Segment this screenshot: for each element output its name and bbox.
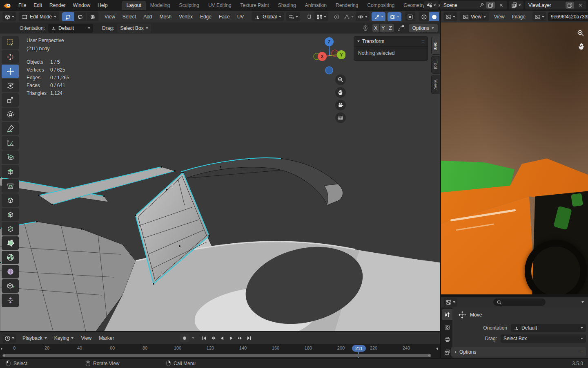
tool-extrude-region[interactable] xyxy=(2,165,19,178)
timeline-editor-type-button[interactable] xyxy=(2,334,16,343)
auto-keying-button[interactable] xyxy=(180,334,189,342)
mirror-axis-toggle[interactable]: Y xyxy=(380,24,387,32)
workspace-tab[interactable]: Texture Paint xyxy=(236,1,274,10)
image-editor-menu-item[interactable]: Image xyxy=(508,13,529,21)
jump-to-start-button[interactable] xyxy=(200,334,208,342)
mode-dropdown[interactable]: Edit Mode xyxy=(19,12,59,21)
properties-header-chevron-icon[interactable] xyxy=(581,301,584,303)
workspace-tab[interactable]: Compositing xyxy=(363,1,399,10)
vertical-editor-divider[interactable] xyxy=(440,11,441,358)
panel-collapse-chevron-icon[interactable] xyxy=(357,40,360,42)
show-gizmo-visibility-button[interactable] xyxy=(356,12,370,21)
sidebar-tab[interactable]: View xyxy=(431,75,440,94)
properties-tab-tool[interactable] xyxy=(442,309,452,320)
editor-type-button[interactable] xyxy=(2,12,16,21)
overlays-toggle-button[interactable] xyxy=(388,12,401,21)
play-button[interactable] xyxy=(227,334,235,342)
timeline-menu-item[interactable]: Keying xyxy=(51,334,78,342)
workspace-tab[interactable]: Animation xyxy=(301,1,331,10)
tool-measure[interactable] xyxy=(2,136,19,150)
expand-left-icon[interactable] xyxy=(1,348,2,350)
xray-toggle-button[interactable] xyxy=(405,12,415,21)
tool-rotate[interactable] xyxy=(2,79,19,92)
properties-tab-output[interactable] xyxy=(442,334,452,346)
workspace-tab[interactable]: Rendering xyxy=(331,1,363,10)
menu-item[interactable]: Edit xyxy=(30,1,46,9)
scene-selector[interactable]: Scene xyxy=(440,1,507,9)
tool-knife[interactable] xyxy=(2,222,19,236)
tool-cursor[interactable] xyxy=(2,50,19,64)
tool-scale[interactable] xyxy=(2,93,19,107)
viewlayer-delete-button[interactable] xyxy=(576,2,585,9)
proportional-falloff-button[interactable] xyxy=(342,12,356,21)
image-view-mode-dropdown[interactable]: View xyxy=(460,12,489,21)
tool-transform[interactable] xyxy=(2,108,19,121)
viewlayer-duplicate-button[interactable] xyxy=(566,2,574,9)
sidebar-tab[interactable]: Tool xyxy=(431,56,440,74)
tool-annotate[interactable] xyxy=(2,122,19,135)
tool-shrink-fatten[interactable] xyxy=(2,294,19,307)
properties-tab-render[interactable] xyxy=(442,322,452,333)
playhead[interactable]: 211 xyxy=(352,345,366,352)
timeline-divider[interactable] xyxy=(0,331,441,332)
tool-orientation-dropdown[interactable]: Default xyxy=(48,24,93,33)
ortho-perspective-button[interactable] xyxy=(335,112,346,123)
viewport-3d[interactable]: User Perspective (211) body Objects1 / 5… xyxy=(0,34,441,332)
panel-grip-icon[interactable]: :::: xyxy=(421,39,424,44)
tool-loop-cut[interactable] xyxy=(2,208,19,221)
auto-keying-dropdown[interactable] xyxy=(190,334,196,342)
blender-logo-icon[interactable] xyxy=(3,1,11,9)
image-browse-button[interactable] xyxy=(532,12,546,21)
play-reverse-button[interactable] xyxy=(218,334,226,342)
collapse-right-icon[interactable] xyxy=(436,348,438,350)
pin-icon[interactable] xyxy=(479,2,484,8)
viewlayer-selector[interactable]: ViewLayer xyxy=(525,1,586,9)
camera-view-button[interactable] xyxy=(335,100,346,110)
pivot-point-button[interactable] xyxy=(286,12,300,21)
workspace-tab[interactable]: Layout xyxy=(122,1,146,10)
search-input[interactable] xyxy=(504,299,538,305)
tool-bevel[interactable] xyxy=(2,193,19,207)
jump-to-end-button[interactable] xyxy=(245,334,253,342)
sidebar-tab[interactable]: Item xyxy=(431,37,440,55)
viewport-menu-item[interactable]: Face xyxy=(215,13,234,21)
axis-neg-z-handle[interactable] xyxy=(325,67,333,74)
menu-item[interactable]: Render xyxy=(46,1,69,9)
menu-item[interactable]: Window xyxy=(69,1,94,9)
timeline-menu-item[interactable]: Marker xyxy=(95,334,118,342)
tool-smooth[interactable] xyxy=(2,265,19,278)
workspace-tab[interactable]: Modeling xyxy=(146,1,175,10)
viewport-menu-item[interactable]: Mesh xyxy=(156,13,175,21)
viewlayer-browse-button[interactable] xyxy=(509,1,523,9)
workspace-tab[interactable]: Shading xyxy=(274,1,301,10)
properties-divider[interactable] xyxy=(441,294,588,297)
properties-orientation-dropdown[interactable]: Default xyxy=(511,324,586,332)
mirror-axis-toggle[interactable]: Z xyxy=(387,24,394,32)
viewport-menu-item[interactable]: UV xyxy=(234,13,248,21)
scene-delete-button[interactable] xyxy=(497,2,506,9)
timeline-ruler[interactable]: 020406080100120140160180200220240 211 xyxy=(0,344,441,358)
image-editor-canvas[interactable] xyxy=(441,22,588,294)
vertex-select-mode-button[interactable] xyxy=(62,12,74,21)
wireframe-shading-button[interactable] xyxy=(419,12,429,21)
tool-poly-build[interactable] xyxy=(2,236,19,250)
tool-add-cube[interactable] xyxy=(2,150,19,164)
navigation-gizmo[interactable]: Z X Y xyxy=(313,36,345,77)
tool-spin[interactable] xyxy=(2,251,19,264)
properties-editor-type-button[interactable] xyxy=(443,298,457,307)
workspace-tab[interactable]: Sculpting xyxy=(175,1,204,10)
edge-select-mode-button[interactable] xyxy=(74,12,86,21)
next-keyframe-button[interactable] xyxy=(236,334,244,342)
image-editor-type-button[interactable] xyxy=(443,12,457,21)
tool-inset-faces[interactable] xyxy=(2,179,19,193)
viewport-menu-item[interactable]: Vertex xyxy=(175,13,196,21)
tool-select-box[interactable] xyxy=(2,36,19,49)
menu-item[interactable]: Help xyxy=(94,1,111,9)
properties-drag-dropdown[interactable]: Select Box xyxy=(501,334,586,343)
previous-keyframe-button[interactable] xyxy=(209,334,217,342)
options-panel-header[interactable]: Options :::: xyxy=(451,347,586,357)
image-name-field[interactable]: 9e696f4c20a733f77 xyxy=(548,12,588,21)
timeline-menu-item[interactable]: Playback xyxy=(19,334,51,342)
properties-search[interactable] xyxy=(493,298,546,306)
viewport-menu-item[interactable]: View xyxy=(101,13,119,21)
